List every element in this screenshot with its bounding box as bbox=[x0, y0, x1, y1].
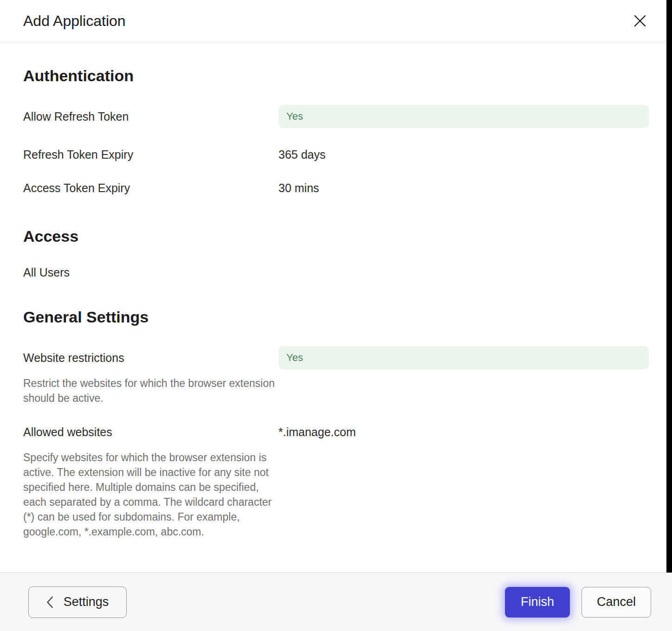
status-badge-yes: Yes bbox=[278, 346, 649, 369]
field-refresh-token-expiry: Refresh Token Expiry 365 days bbox=[23, 148, 649, 161]
status-badge-yes: Yes bbox=[278, 105, 649, 128]
field-access-token-expiry: Access Token Expiry 30 mins bbox=[23, 181, 649, 195]
field-allowed-websites: Allowed websites *.imanage.com Specify w… bbox=[23, 425, 649, 539]
cancel-button[interactable]: Cancel bbox=[582, 587, 651, 618]
field-label: Allow Refresh Token bbox=[23, 110, 278, 123]
field-label: Allowed websites bbox=[23, 425, 278, 439]
field-value: *.imanage.com bbox=[278, 425, 356, 439]
field-description: Specify websites for which the browser e… bbox=[23, 450, 276, 539]
back-settings-button[interactable]: Settings bbox=[28, 586, 127, 618]
section-heading-access: Access bbox=[23, 226, 649, 246]
footer-actions: Finish Cancel bbox=[505, 587, 651, 618]
dialog-footer: Settings Finish Cancel bbox=[0, 573, 672, 631]
field-value: 365 days bbox=[278, 148, 325, 161]
dialog-body: Authentication Allow Refresh Token Yes R… bbox=[0, 66, 672, 539]
dialog-title: Add Application bbox=[23, 13, 126, 30]
close-icon bbox=[633, 14, 646, 27]
chevron-left-icon bbox=[46, 596, 53, 608]
field-all-users: All Users bbox=[23, 265, 649, 279]
field-label: Refresh Token Expiry bbox=[23, 148, 278, 161]
finish-button[interactable]: Finish bbox=[505, 587, 570, 618]
section-heading-authentication: Authentication bbox=[23, 66, 649, 85]
field-allow-refresh-token: Allow Refresh Token Yes bbox=[23, 105, 649, 128]
close-button[interactable] bbox=[632, 13, 648, 29]
section-heading-general-settings: General Settings bbox=[23, 307, 649, 327]
back-button-label: Settings bbox=[64, 595, 109, 609]
field-value: 30 mins bbox=[278, 181, 319, 195]
field-website-restrictions: Website restrictions Yes Restrict the we… bbox=[23, 346, 649, 406]
field-description: Restrict the websites for which the brow… bbox=[23, 376, 276, 406]
viewport-edge-strip bbox=[666, 0, 672, 573]
field-label: All Users bbox=[23, 266, 278, 279]
dialog-header: Add Application bbox=[0, 0, 672, 42]
field-label: Access Token Expiry bbox=[23, 181, 278, 195]
field-label: Website restrictions bbox=[23, 351, 278, 365]
